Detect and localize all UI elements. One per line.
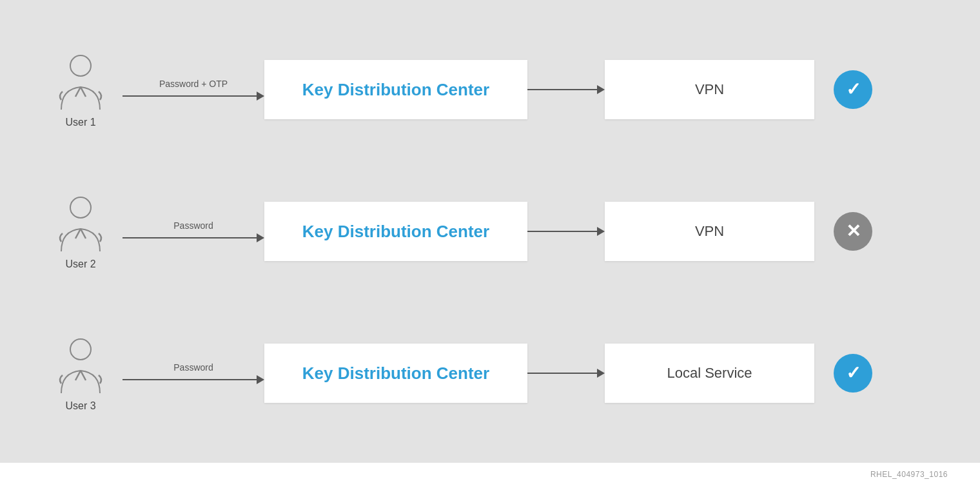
- diagram-row-3: User 3 Password Key Distribution Center: [39, 302, 941, 444]
- arrowhead-1: [257, 92, 264, 101]
- arrow-label-2: Password: [173, 220, 213, 231]
- main-diagram-area: User 1 Password + OTP Key Distribution C…: [0, 0, 980, 463]
- svg-line-1: [75, 87, 81, 97]
- status-icon-2: ✕: [834, 212, 872, 251]
- user-figure-1: User 1: [39, 52, 122, 128]
- user-icon-2: [55, 193, 106, 255]
- svg-line-7: [75, 371, 81, 380]
- diagram-row-2: User 2 Password Key Distribution Center: [39, 160, 941, 302]
- arrow-line-body-1: [122, 95, 257, 97]
- arrow-line-1: [122, 92, 264, 101]
- svg-point-3: [70, 197, 91, 218]
- kdc-box-2: Key Distribution Center: [264, 202, 527, 261]
- service-box-1: VPN: [605, 60, 814, 119]
- arrow-line-3: [122, 375, 264, 384]
- arrow-label-1: Password + OTP: [159, 79, 228, 89]
- user-label-2: User 2: [65, 258, 95, 270]
- kdc-label-2: Key Distribution Center: [302, 222, 489, 242]
- svg-point-0: [70, 55, 91, 76]
- user-icon-1: [55, 52, 106, 113]
- kdc-box-3: Key Distribution Center: [264, 344, 527, 403]
- mid-arrowhead-2: [597, 227, 605, 236]
- arrow-line-2: [122, 233, 264, 242]
- arrowhead-3: [257, 375, 264, 384]
- svg-line-2: [81, 87, 86, 97]
- diagram-row-1: User 1 Password + OTP Key Distribution C…: [39, 19, 941, 160]
- service-label-3: Local Service: [667, 365, 752, 382]
- mid-arrow-2: [527, 227, 605, 236]
- user-label-1: User 1: [65, 117, 95, 128]
- kdc-label-1: Key Distribution Center: [302, 80, 489, 100]
- watermark: RHEL_404973_1016: [870, 470, 948, 479]
- svg-point-6: [70, 339, 91, 360]
- mid-arrow-line-1: [527, 89, 597, 90]
- arrow-line-body-2: [122, 237, 257, 238]
- arrow-section-2: Password: [122, 220, 264, 242]
- service-box-2: VPN: [605, 202, 814, 261]
- service-box-3: Local Service: [605, 344, 814, 403]
- status-symbol-3: ✓: [846, 364, 861, 382]
- svg-line-8: [81, 371, 86, 380]
- service-label-1: VPN: [695, 81, 724, 98]
- kdc-label-3: Key Distribution Center: [302, 364, 489, 384]
- user-label-3: User 3: [65, 400, 95, 412]
- user-figure-3: User 3: [39, 335, 122, 412]
- svg-line-4: [75, 229, 81, 238]
- status-symbol-1: ✓: [846, 81, 861, 99]
- arrow-line-body-3: [122, 379, 257, 380]
- svg-line-5: [81, 229, 86, 238]
- kdc-box-1: Key Distribution Center: [264, 60, 527, 119]
- service-label-2: VPN: [695, 223, 724, 240]
- arrow-label-3: Password: [173, 362, 213, 373]
- user-figure-2: User 2: [39, 193, 122, 270]
- mid-arrowhead-1: [597, 85, 605, 94]
- mid-arrowhead-3: [597, 369, 605, 378]
- user-icon-3: [55, 335, 106, 396]
- status-symbol-2: ✕: [846, 222, 861, 240]
- mid-arrow-line-3: [527, 373, 597, 374]
- mid-arrow-1: [527, 85, 605, 94]
- mid-arrow-line-2: [527, 231, 597, 232]
- status-icon-3: ✓: [834, 354, 872, 393]
- status-icon-1: ✓: [834, 70, 872, 109]
- mid-arrow-3: [527, 369, 605, 378]
- bottom-bar: RHEL_404973_1016: [0, 463, 980, 486]
- arrow-section-1: Password + OTP: [122, 79, 264, 101]
- arrowhead-2: [257, 233, 264, 242]
- arrow-section-3: Password: [122, 362, 264, 384]
